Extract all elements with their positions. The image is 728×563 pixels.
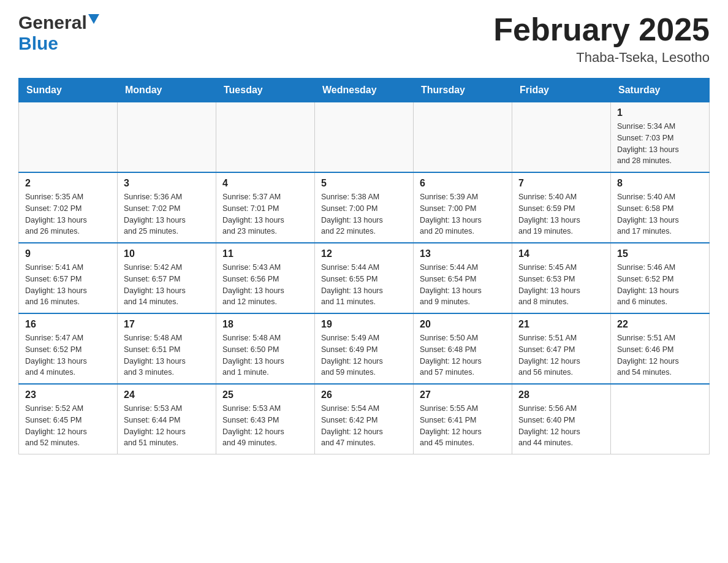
day-number: 10 [124, 248, 210, 259]
day-info: Sunrise: 5:55 AMSunset: 6:41 PMDaylight:… [420, 403, 506, 449]
day-info: Sunrise: 5:39 AMSunset: 7:00 PMDaylight:… [420, 191, 506, 237]
calendar-cell: 14Sunrise: 5:45 AMSunset: 6:53 PMDayligh… [512, 243, 611, 313]
day-number: 3 [124, 178, 210, 189]
day-number: 11 [222, 248, 308, 259]
calendar-cell: 23Sunrise: 5:52 AMSunset: 6:45 PMDayligh… [19, 384, 118, 454]
calendar-cell: 2Sunrise: 5:35 AMSunset: 7:02 PMDaylight… [19, 172, 118, 243]
day-number: 15 [617, 248, 703, 259]
calendar-cell: 5Sunrise: 5:38 AMSunset: 7:00 PMDaylight… [315, 172, 414, 243]
weekday-header-monday: Monday [118, 79, 216, 102]
day-info: Sunrise: 5:42 AMSunset: 6:57 PMDaylight:… [124, 262, 210, 308]
calendar-cell: 7Sunrise: 5:40 AMSunset: 6:59 PMDaylight… [512, 172, 611, 243]
week-row-4: 16Sunrise: 5:47 AMSunset: 6:52 PMDayligh… [19, 313, 710, 384]
day-number: 26 [321, 389, 407, 400]
day-number: 21 [518, 319, 604, 330]
day-number: 25 [222, 389, 308, 400]
day-number: 16 [25, 319, 111, 330]
day-info: Sunrise: 5:37 AMSunset: 7:01 PMDaylight:… [222, 191, 308, 237]
calendar-cell: 27Sunrise: 5:55 AMSunset: 6:41 PMDayligh… [414, 384, 512, 454]
day-info: Sunrise: 5:44 AMSunset: 6:55 PMDaylight:… [321, 262, 407, 308]
calendar-cell [315, 102, 414, 173]
day-info: Sunrise: 5:49 AMSunset: 6:49 PMDaylight:… [321, 332, 407, 378]
day-info: Sunrise: 5:47 AMSunset: 6:52 PMDaylight:… [25, 332, 111, 378]
day-number: 19 [321, 319, 407, 330]
day-number: 17 [124, 319, 210, 330]
day-number: 22 [617, 319, 703, 330]
day-info: Sunrise: 5:48 AMSunset: 6:51 PMDaylight:… [124, 332, 210, 378]
calendar-cell: 28Sunrise: 5:56 AMSunset: 6:40 PMDayligh… [512, 384, 611, 454]
location-subtitle: Thaba-Tseka, Lesotho [493, 50, 710, 66]
day-info: Sunrise: 5:48 AMSunset: 6:50 PMDaylight:… [222, 332, 308, 378]
weekday-header-sunday: Sunday [19, 79, 118, 102]
day-number: 6 [420, 178, 506, 189]
calendar-cell [216, 102, 315, 173]
day-info: Sunrise: 5:41 AMSunset: 6:57 PMDaylight:… [25, 262, 111, 308]
day-number: 1 [617, 107, 703, 118]
day-number: 5 [321, 178, 407, 189]
calendar-cell: 16Sunrise: 5:47 AMSunset: 6:52 PMDayligh… [19, 313, 118, 384]
day-info: Sunrise: 5:54 AMSunset: 6:42 PMDaylight:… [321, 403, 407, 449]
day-info: Sunrise: 5:56 AMSunset: 6:40 PMDaylight:… [518, 403, 604, 449]
calendar-cell: 22Sunrise: 5:51 AMSunset: 6:46 PMDayligh… [611, 313, 710, 384]
title-section: February 2025 Thaba-Tseka, Lesotho [493, 12, 710, 66]
calendar-cell: 25Sunrise: 5:53 AMSunset: 6:43 PMDayligh… [216, 384, 315, 454]
calendar-cell: 4Sunrise: 5:37 AMSunset: 7:01 PMDaylight… [216, 172, 315, 243]
month-title: February 2025 [493, 12, 710, 47]
day-number: 13 [420, 248, 506, 259]
day-info: Sunrise: 5:53 AMSunset: 6:44 PMDaylight:… [124, 403, 210, 449]
calendar-header-row: SundayMondayTuesdayWednesdayThursdayFrid… [19, 79, 710, 102]
day-number: 24 [124, 389, 210, 400]
day-info: Sunrise: 5:51 AMSunset: 6:47 PMDaylight:… [518, 332, 604, 378]
day-number: 2 [25, 178, 111, 189]
weekday-header-friday: Friday [512, 79, 611, 102]
day-info: Sunrise: 5:51 AMSunset: 6:46 PMDaylight:… [617, 332, 703, 378]
day-info: Sunrise: 5:52 AMSunset: 6:45 PMDaylight:… [25, 403, 111, 449]
calendar-cell: 17Sunrise: 5:48 AMSunset: 6:51 PMDayligh… [118, 313, 216, 384]
calendar-cell [118, 102, 216, 173]
day-number: 20 [420, 319, 506, 330]
day-info: Sunrise: 5:35 AMSunset: 7:02 PMDaylight:… [25, 191, 111, 237]
weekday-header-wednesday: Wednesday [315, 79, 414, 102]
day-number: 14 [518, 248, 604, 259]
calendar-cell: 21Sunrise: 5:51 AMSunset: 6:47 PMDayligh… [512, 313, 611, 384]
calendar-cell: 18Sunrise: 5:48 AMSunset: 6:50 PMDayligh… [216, 313, 315, 384]
day-number: 8 [617, 178, 703, 189]
day-info: Sunrise: 5:45 AMSunset: 6:53 PMDaylight:… [518, 262, 604, 308]
logo-arrow-icon [88, 14, 99, 28]
day-number: 27 [420, 389, 506, 400]
calendar-cell: 15Sunrise: 5:46 AMSunset: 6:52 PMDayligh… [611, 243, 710, 313]
calendar-cell [512, 102, 611, 173]
day-number: 9 [25, 248, 111, 259]
logo-general-text: General [18, 12, 87, 33]
day-info: Sunrise: 5:34 AMSunset: 7:03 PMDaylight:… [617, 121, 703, 167]
day-info: Sunrise: 5:44 AMSunset: 6:54 PMDaylight:… [420, 262, 506, 308]
day-number: 28 [518, 389, 604, 400]
calendar-cell: 9Sunrise: 5:41 AMSunset: 6:57 PMDaylight… [19, 243, 118, 313]
calendar-cell: 6Sunrise: 5:39 AMSunset: 7:00 PMDaylight… [414, 172, 512, 243]
calendar-cell: 12Sunrise: 5:44 AMSunset: 6:55 PMDayligh… [315, 243, 414, 313]
page-header: General Blue February 2025 Thaba-Tseka, … [18, 12, 710, 66]
day-number: 18 [222, 319, 308, 330]
calendar-cell: 26Sunrise: 5:54 AMSunset: 6:42 PMDayligh… [315, 384, 414, 454]
calendar-cell [611, 384, 710, 454]
week-row-3: 9Sunrise: 5:41 AMSunset: 6:57 PMDaylight… [19, 243, 710, 313]
calendar-cell: 3Sunrise: 5:36 AMSunset: 7:02 PMDaylight… [118, 172, 216, 243]
calendar-cell [414, 102, 512, 173]
day-info: Sunrise: 5:38 AMSunset: 7:00 PMDaylight:… [321, 191, 407, 237]
calendar-cell: 1Sunrise: 5:34 AMSunset: 7:03 PMDaylight… [611, 102, 710, 173]
calendar-cell: 24Sunrise: 5:53 AMSunset: 6:44 PMDayligh… [118, 384, 216, 454]
day-info: Sunrise: 5:40 AMSunset: 6:59 PMDaylight:… [518, 191, 604, 237]
calendar-cell: 10Sunrise: 5:42 AMSunset: 6:57 PMDayligh… [118, 243, 216, 313]
day-info: Sunrise: 5:46 AMSunset: 6:52 PMDaylight:… [617, 262, 703, 308]
svg-marker-0 [88, 14, 99, 24]
weekday-header-saturday: Saturday [611, 79, 710, 102]
logo: General Blue [18, 12, 99, 54]
calendar-cell: 20Sunrise: 5:50 AMSunset: 6:48 PMDayligh… [414, 313, 512, 384]
day-info: Sunrise: 5:43 AMSunset: 6:56 PMDaylight:… [222, 262, 308, 308]
week-row-5: 23Sunrise: 5:52 AMSunset: 6:45 PMDayligh… [19, 384, 710, 454]
week-row-1: 1Sunrise: 5:34 AMSunset: 7:03 PMDaylight… [19, 102, 710, 173]
calendar-cell: 13Sunrise: 5:44 AMSunset: 6:54 PMDayligh… [414, 243, 512, 313]
weekday-header-thursday: Thursday [414, 79, 512, 102]
day-info: Sunrise: 5:36 AMSunset: 7:02 PMDaylight:… [124, 191, 210, 237]
day-number: 23 [25, 389, 111, 400]
